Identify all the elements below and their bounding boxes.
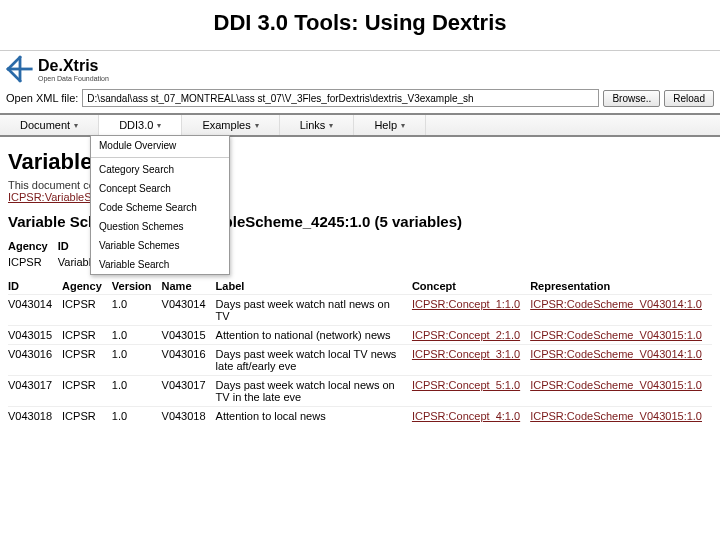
cell-label: Days past week watch local news on TV in… [216, 376, 412, 407]
col-representation: Representation [530, 276, 712, 295]
cell-name: V043016 [162, 345, 216, 376]
scheme-heading-pre: Variable Sch [8, 213, 97, 230]
representation-link[interactable]: ICPSR:CodeScheme_V043014:1.0 [530, 298, 702, 310]
cell-agency: ICPSR [62, 295, 112, 326]
menu-ddi[interactable]: DDI3.0▾ [99, 115, 182, 137]
menu-bar: Document▾ DDI3.0▾ Examples▾ Links▾ Help▾… [0, 115, 720, 137]
cell-label: Days past week watch local TV news late … [216, 345, 412, 376]
doc-text-fragment: This document con [8, 179, 101, 191]
menu-label: Links [300, 119, 326, 131]
table-row: V043017ICPSR1.0V043017Days past week wat… [8, 376, 712, 407]
dropdown-item[interactable]: Code Scheme Search [91, 198, 229, 217]
chevron-down-icon: ▾ [74, 121, 78, 130]
concept-link[interactable]: ICPSR:Concept_2:1.0 [412, 329, 520, 341]
cell-label: Days past week watch natl news on TV [216, 295, 412, 326]
app-logo: De.Xtris Open Data Foundation [6, 55, 109, 83]
dropdown-item[interactable]: Category Search [91, 160, 229, 179]
snowflake-icon [6, 55, 34, 83]
menu-help[interactable]: Help▾ [354, 115, 426, 135]
app-name: De.Xtris [38, 57, 109, 75]
cell-representation: ICPSR:CodeScheme_V043014:1.0 [530, 295, 712, 326]
menu-label: Document [20, 119, 70, 131]
dropdown-item[interactable]: Module Overview [91, 136, 229, 155]
cell-label: Attention to local news [216, 407, 412, 426]
concept-link[interactable]: ICPSR:Concept_4:1.0 [412, 410, 520, 422]
cell-concept: ICPSR:Concept_3:1.0 [412, 345, 530, 376]
menu-label: Help [374, 119, 397, 131]
cell-representation: ICPSR:CodeScheme_V043015:1.0 [530, 326, 712, 345]
concept-link[interactable]: ICPSR:Concept_3:1.0 [412, 348, 520, 360]
cell-agency: ICPSR [8, 254, 58, 270]
cell-concept: ICPSR:Concept_1:1.0 [412, 295, 530, 326]
table-row: V043014ICPSR1.0V043014Days past week wat… [8, 295, 712, 326]
col-version: Version [112, 276, 162, 295]
cell-id: V043016 [8, 345, 62, 376]
reload-button[interactable]: Reload [664, 90, 714, 107]
menu-links[interactable]: Links▾ [280, 115, 355, 135]
doc-scheme-link[interactable]: ICPSR:VariableSch [8, 191, 103, 203]
table-row: V043018ICPSR1.0V043018Attention to local… [8, 407, 712, 426]
cell-name: V043017 [162, 376, 216, 407]
menu-label: Examples [202, 119, 250, 131]
concept-link[interactable]: ICPSR:Concept_1:1.0 [412, 298, 520, 310]
representation-link[interactable]: ICPSR:CodeScheme_V043015:1.0 [530, 329, 702, 341]
cell-concept: ICPSR:Concept_4:1.0 [412, 407, 530, 426]
dropdown-separator [91, 157, 229, 158]
menu-examples[interactable]: Examples▾ [182, 115, 279, 135]
dropdown-item[interactable]: Variable Search [91, 255, 229, 274]
cell-representation: ICPSR:CodeScheme_V043015:1.0 [530, 376, 712, 407]
app-subtitle: Open Data Foundation [38, 75, 109, 82]
cell-concept: ICPSR:Concept_5:1.0 [412, 376, 530, 407]
cell-id: V043018 [8, 407, 62, 426]
col-agency: Agency [8, 236, 58, 254]
dropdown-item[interactable]: Variable Schemes [91, 236, 229, 255]
cell-agency: ICPSR [62, 407, 112, 426]
cell-label: Attention to national (network) news [216, 326, 412, 345]
chevron-down-icon: ▾ [329, 121, 333, 130]
cell-name: V043018 [162, 407, 216, 426]
col-name: Name [162, 276, 216, 295]
cell-concept: ICPSR:Concept_2:1.0 [412, 326, 530, 345]
dropdown-menu: Module Overview Category Search Concept … [90, 135, 230, 275]
cell-representation: ICPSR:CodeScheme_V043014:1.0 [530, 345, 712, 376]
col-id: ID [8, 276, 62, 295]
table-row: V043016ICPSR1.0V043016Days past week wat… [8, 345, 712, 376]
chevron-down-icon: ▾ [255, 121, 259, 130]
app-header: De.Xtris Open Data Foundation [0, 51, 720, 87]
cell-agency: ICPSR [62, 326, 112, 345]
representation-link[interactable]: ICPSR:CodeScheme_V043015:1.0 [530, 410, 702, 422]
cell-version: 1.0 [112, 326, 162, 345]
chevron-down-icon: ▾ [157, 121, 161, 130]
file-path-input[interactable] [82, 89, 599, 107]
cell-name: V043014 [162, 295, 216, 326]
menu-document[interactable]: Document▾ [0, 115, 99, 135]
dropdown-item[interactable]: Concept Search [91, 179, 229, 198]
open-file-label: Open XML file: [6, 92, 78, 104]
open-file-row: Open XML file: Browse.. Reload [0, 87, 720, 115]
cell-id: V043017 [8, 376, 62, 407]
cell-version: 1.0 [112, 345, 162, 376]
table-header-row: ID Agency Version Name Label Concept Rep… [8, 276, 712, 295]
col-label: Label [216, 276, 412, 295]
concept-link[interactable]: ICPSR:Concept_5:1.0 [412, 379, 520, 391]
variables-table: ID Agency Version Name Label Concept Rep… [8, 276, 712, 425]
table-row: V043015ICPSR1.0V043015Attention to natio… [8, 326, 712, 345]
representation-link[interactable]: ICPSR:CodeScheme_V043015:1.0 [530, 379, 702, 391]
svg-rect-1 [7, 68, 32, 71]
cell-version: 1.0 [112, 407, 162, 426]
app-window: De.Xtris Open Data Foundation Open XML f… [0, 50, 720, 431]
cell-version: 1.0 [112, 376, 162, 407]
scheme-heading-post: ableScheme_4245:1.0 (5 variables) [215, 213, 462, 230]
cell-name: V043015 [162, 326, 216, 345]
representation-link[interactable]: ICPSR:CodeScheme_V043014:1.0 [530, 348, 702, 360]
col-concept: Concept [412, 276, 530, 295]
slide-title: DDI 3.0 Tools: Using Dextris [0, 0, 720, 50]
cell-agency: ICPSR [62, 345, 112, 376]
cell-agency: ICPSR [62, 376, 112, 407]
col-agency: Agency [62, 276, 112, 295]
cell-representation: ICPSR:CodeScheme_V043015:1.0 [530, 407, 712, 426]
browse-button[interactable]: Browse.. [603, 90, 660, 107]
cell-version: 1.0 [112, 295, 162, 326]
menu-label: DDI3.0 [119, 119, 153, 131]
dropdown-item[interactable]: Question Schemes [91, 217, 229, 236]
